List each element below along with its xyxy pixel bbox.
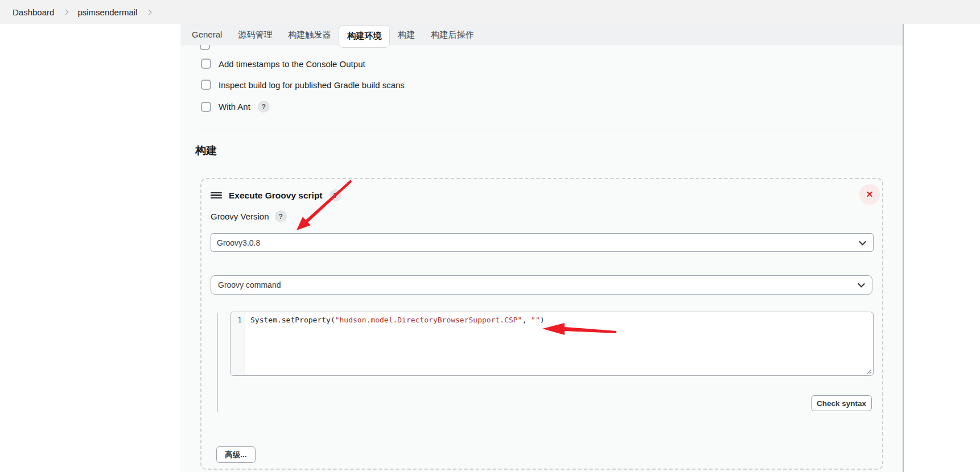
groovy-version-label-row: Groovy Version ? [211, 210, 287, 222]
with-ant-checkbox[interactable] [201, 102, 211, 112]
checkbox-row-timestamps: Add timestamps to the Console Output [201, 59, 365, 69]
build-section-heading: 构建 [195, 143, 217, 158]
timestamps-checkbox[interactable] [201, 59, 211, 69]
editor-line-number: 1 [230, 312, 245, 375]
breadcrumb-item-job[interactable]: psimsendermail [77, 7, 137, 17]
groovy-command-select[interactable]: Groovy command [211, 275, 872, 295]
breadcrumb: Dashboard psimsendermail [0, 0, 980, 24]
delete-step-button[interactable]: ✕ [859, 184, 880, 205]
check-syntax-button[interactable]: Check syntax [811, 395, 872, 411]
chevron-right-icon [63, 10, 69, 15]
step-chunk-indicator [217, 313, 218, 412]
checkbox-clipped[interactable] [200, 45, 210, 50]
groovy-version-label: Groovy Version [211, 212, 269, 221]
tab-post-build-actions[interactable]: 构建后操作 [423, 24, 481, 45]
code-token-string: "" [531, 316, 540, 324]
editor-code-line[interactable]: System.setProperty("hudson.model.Directo… [245, 312, 873, 375]
groovy-version-value: Groovy3.0.8 [217, 238, 260, 247]
build-step-container: Execute Groovy script ? ✕ Groovy Version… [200, 178, 883, 470]
chevron-down-icon [859, 238, 866, 245]
tab-source-management[interactable]: 源码管理 [230, 24, 280, 45]
checkbox-row-with-ant: With Ant ? [201, 101, 270, 113]
drag-handle-icon[interactable] [211, 192, 222, 200]
config-tab-bar: General 源码管理 构建触发器 构建环境 构建 构建后操作 [180, 24, 903, 45]
groovy-command-value: Groovy command [218, 280, 281, 289]
checkbox-label[interactable]: Inspect build log for published Gradle b… [219, 80, 405, 90]
tab-general[interactable]: General [184, 24, 230, 45]
code-token: ) [540, 316, 545, 324]
checkbox-label[interactable]: With Ant [219, 102, 250, 111]
help-icon[interactable]: ? [275, 210, 287, 222]
gradle-scan-checkbox[interactable] [201, 80, 211, 90]
tab-build[interactable]: 构建 [390, 24, 423, 45]
checkbox-label[interactable]: Add timestamps to the Console Output [219, 59, 365, 69]
groovy-script-editor[interactable]: 1 System.setProperty("hudson.model.Direc… [230, 312, 874, 376]
code-token: , [522, 316, 531, 324]
advanced-button[interactable]: 高级... [216, 446, 256, 463]
code-token-string: "hudson.model.DirectoryBrowserSupport.CS… [335, 316, 522, 324]
build-step-title: Execute Groovy script [229, 191, 323, 201]
code-token: System.setProperty( [250, 316, 335, 324]
help-icon[interactable]: ? [330, 189, 341, 201]
checkbox-row-gradle-scan: Inspect build log for published Gradle b… [201, 80, 405, 90]
content-right-divider [903, 24, 904, 472]
section-divider [199, 130, 884, 130]
breadcrumb-item-dashboard[interactable]: Dashboard [13, 7, 54, 17]
tab-build-environment[interactable]: 构建环境 [339, 25, 390, 48]
chevron-right-icon [146, 10, 152, 15]
groovy-version-select[interactable]: Groovy3.0.8 [211, 233, 874, 252]
chevron-down-icon [858, 280, 865, 288]
help-icon[interactable]: ? [258, 101, 270, 113]
build-step-header: Execute Groovy script ? [211, 189, 341, 201]
tab-build-triggers[interactable]: 构建触发器 [280, 24, 339, 45]
config-main-panel: General 源码管理 构建触发器 构建环境 构建 构建后操作 Add tim… [180, 24, 903, 472]
resize-grip-icon[interactable] [865, 367, 872, 374]
